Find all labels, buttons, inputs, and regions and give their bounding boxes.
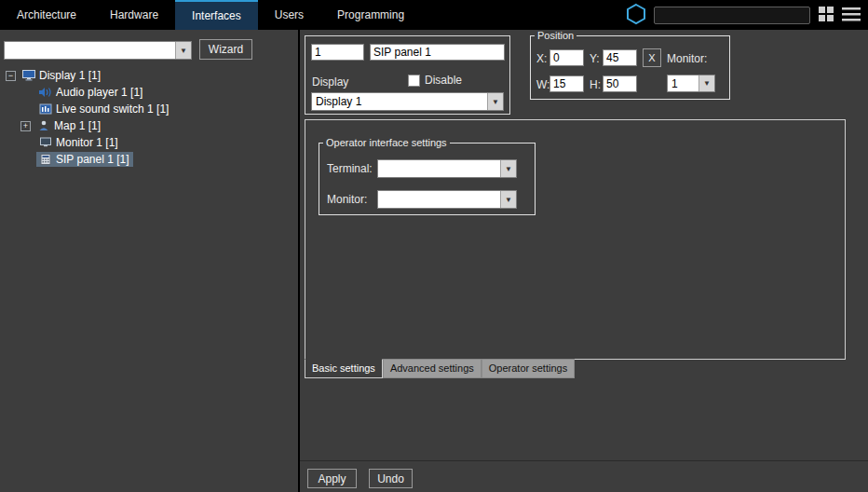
tree-item-label: Map 1 [1] [54,119,101,132]
nav-tab-programming[interactable]: Programming [320,0,421,30]
chevron-down-icon[interactable]: ▼ [500,191,516,208]
y-label: Y: [590,52,600,65]
undo-button[interactable]: Undo [369,469,413,488]
y-input[interactable] [603,49,637,66]
expander-collapse-icon[interactable]: − [6,71,16,81]
map-icon [36,120,51,131]
tree-selection-highlight[interactable]: SIP panel 1 [1] [36,152,133,167]
position-monitor-select[interactable]: 1 ▼ [667,75,715,92]
operator-interface-group: Operator interface settings Terminal: ▼ … [319,137,536,215]
tree-item-audio-player[interactable]: Audio player 1 [1] [0,84,298,101]
tab-advanced-settings[interactable]: Advanced settings [383,359,481,378]
name-input[interactable] [370,44,505,61]
tab-operator-settings[interactable]: Operator settings [481,359,575,378]
monitor-icon [38,137,53,148]
chevron-down-icon[interactable]: ▼ [698,75,714,91]
terminal-label: Terminal: [327,162,373,175]
tree-item-label: Monitor 1 [1] [56,136,118,149]
position-monitor-label: Monitor: [667,52,707,65]
tree-item-sip-panel[interactable]: SIP panel 1 [1] [0,151,298,168]
tree-item-live-sound-switch[interactable]: Live sound switch 1 [1] [0,101,298,117]
main-panel: Display Disable Display 1 ▼ Position X: … [298,30,868,492]
display-select[interactable]: Display 1 ▼ [311,92,504,111]
tree-item-label: Display 1 [1] [39,69,101,82]
apply-button[interactable]: Apply [307,469,357,488]
position-monitor-select-value: 1 [668,77,698,90]
operator-interface-group-title: Operator interface settings [323,137,450,148]
tree-item-display[interactable]: − Display 1 [1] [0,67,298,84]
nav-tab-interfaces[interactable]: Interfaces [175,0,258,30]
wizard-button[interactable]: Wizard [199,39,252,60]
settings-tabs: Basic settings Advanced settings Operato… [305,359,575,378]
chevron-down-icon[interactable]: ▼ [175,42,191,59]
settings-tab-page: Operator interface settings Terminal: ▼ … [305,119,846,360]
disable-checkbox[interactable] [408,75,420,87]
w-label: W: [536,78,549,91]
tree-item-label: Audio player 1 [1] [56,86,142,99]
w-input[interactable] [549,75,584,92]
x-label: X: [536,52,547,65]
search-input[interactable] [654,7,810,24]
tree-item-monitor[interactable]: Monitor 1 [1] [0,134,298,151]
tree-item-label: Live sound switch 1 [1] [56,102,169,116]
top-nav-bar: Architecture Hardware Interfaces Users P… [0,0,868,30]
nav-tab-hardware[interactable]: Hardware [93,0,175,30]
device-tree: − Display 1 [1] Audio player 1 [1] [0,67,298,168]
h-label: H: [590,78,601,91]
expander-expand-icon[interactable]: + [20,121,31,131]
audio-player-icon [38,87,53,98]
tree-item-map[interactable]: + Map 1 [1] [0,117,298,134]
terminal-select[interactable]: ▼ [377,159,517,178]
chevron-down-icon[interactable]: ▼ [500,160,516,177]
hamburger-menu-icon[interactable] [842,7,861,24]
operator-monitor-select[interactable]: ▼ [377,190,517,209]
position-group: Position X: Y: X Monitor: W: H: 1 ▼ [530,30,730,100]
disable-label: Disable [425,74,462,87]
display-icon [21,70,36,81]
tab-basic-settings[interactable]: Basic settings [305,359,383,378]
action-bar: Apply Undo [300,460,868,492]
sidebar: ▼ Wizard − Display 1 [1] Audio player 1 … [0,30,298,492]
sip-panel-icon [38,154,53,165]
identity-box: Display Disable Display 1 ▼ [305,35,510,115]
id-input[interactable] [311,44,364,61]
h-input[interactable] [603,75,637,92]
device-selector-dropdown[interactable]: ▼ [4,41,192,60]
hexagon-logo-icon [626,3,646,28]
display-label: Display [312,75,348,89]
operator-monitor-label: Monitor: [327,193,367,206]
x-input[interactable] [549,49,584,66]
grid-view-icon[interactable] [818,6,834,25]
position-group-title: Position [535,30,576,41]
chevron-down-icon[interactable]: ▼ [487,93,503,110]
live-sound-switch-icon [38,103,53,115]
display-select-value: Display 1 [312,95,487,108]
tree-item-label: SIP panel 1 [1] [56,153,129,166]
clear-position-button[interactable]: X [643,48,661,67]
nav-tab-architecture[interactable]: Architecture [0,0,93,30]
nav-tab-users[interactable]: Users [258,0,320,30]
